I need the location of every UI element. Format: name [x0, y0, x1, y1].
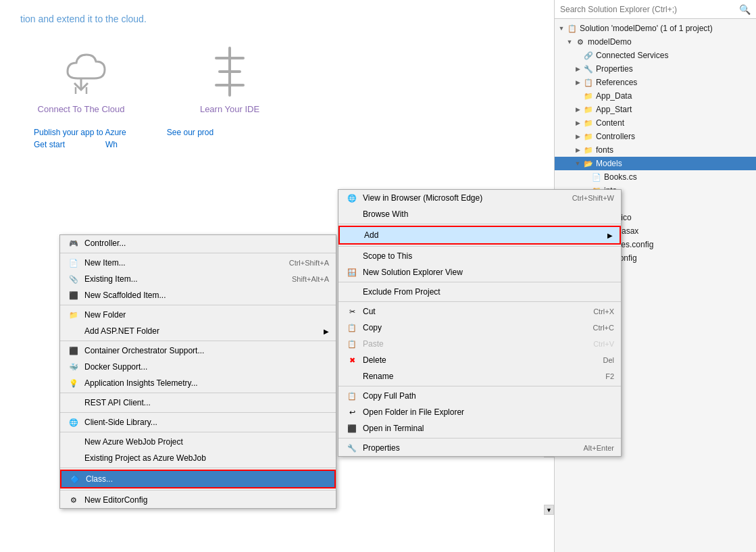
cm-icon-existing-item: 📎: [67, 274, 80, 284]
cm-icon-right-exclude-from-project: [345, 286, 359, 297]
tree-item-label-properties: Properties: [596, 64, 633, 74]
cm-icon-right-delete: ✖: [345, 355, 359, 366]
project-root[interactable]: ▼ ⚙ modelDemo: [555, 35, 756, 49]
cm-label-right-exclude-from-project: Exclude From Project: [363, 287, 614, 297]
cm-item-container-orchestrator[interactable]: ⬛Container Orchestrator Support...: [60, 343, 336, 359]
cm-label-right-paste: Paste: [363, 339, 580, 349]
cm-shortcut-right-paste: Ctrl+V: [593, 340, 614, 348]
cm-label-right-scope-to-this: Scope to This: [363, 251, 614, 261]
se-tree-item-models[interactable]: ▼📂Models: [555, 157, 756, 170]
cm-item-right-rename[interactable]: RenameF2: [338, 368, 621, 384]
tree-item-icon-content: 📁: [583, 118, 594, 128]
cm-item-right-scope-to-this[interactable]: Scope to This: [338, 248, 621, 264]
cm-item-right-properties[interactable]: 🔧PropertiesAlt+Enter: [338, 440, 621, 456]
cm-item-new-scaffolded[interactable]: ⬛New Scaffolded Item...: [60, 287, 336, 303]
tree-item-arrow-content: ▶: [574, 119, 582, 127]
cm-icon-right-rename: [345, 371, 359, 382]
se-tree-item-books-cs[interactable]: 📄Books.cs: [555, 170, 756, 184]
cm-item-right-delete[interactable]: ✖DeleteDel: [338, 352, 621, 368]
scroll-down-button[interactable]: ▼: [544, 505, 554, 515]
cm-item-right-cut[interactable]: ✂CutCtrl+X: [338, 303, 621, 320]
cm-label-client-side-library: Client-Side Library...: [84, 418, 329, 427]
cloud-icon-area: [54, 45, 108, 99]
cm-right-container: 🌐View in Browser (Microsoft Edge)Ctrl+Sh…: [338, 190, 621, 456]
cm-left-container: 🎮Controller...📄New Item...Ctrl+Shift+A📎E…: [60, 235, 336, 508]
ide-label: Learn Your IDE: [200, 104, 259, 114]
get-started-link[interactable]: Get start: [34, 140, 65, 149]
solution-explorer-search-bar: 🔍: [555, 0, 756, 19]
cm-label-right-view-in-browser: View in Browser (Microsoft Edge): [363, 193, 559, 203]
cm-separator-separator7: [60, 468, 336, 468]
cm-separator-separator3: [60, 341, 336, 341]
tree-item-label-app-data: App_Data: [596, 91, 632, 101]
cm-item-docker-support[interactable]: 🐳Docker Support...: [60, 359, 336, 375]
cm-label-existing-item: Existing Item...: [84, 274, 278, 284]
cm-icon-right-new-solution-explorer-view: 🪟: [345, 267, 359, 278]
links-row-2: Get start Wh: [20, 140, 534, 149]
cm-item-existing-item[interactable]: 📎Existing Item...Shift+Alt+A: [60, 271, 336, 287]
ide-section: Learn Your IDE: [182, 45, 277, 114]
cm-shortcut-right-copy: Ctrl+C: [593, 324, 614, 332]
solution-root[interactable]: ▼ 📋 Solution 'modelDemo' (1 of 1 project…: [555, 22, 756, 35]
tree-item-icon-controllers: 📁: [583, 131, 594, 142]
cm-icon-class: 🔷: [68, 474, 82, 484]
cm-label-new-item: New Item...: [84, 258, 276, 268]
cm-separator-separator8: [60, 490, 336, 491]
wh-link[interactable]: Wh: [105, 140, 118, 149]
se-tree-item-references[interactable]: ▶📋References: [555, 76, 756, 89]
cm-item-right-view-in-browser[interactable]: 🌐View in Browser (Microsoft Edge)Ctrl+Sh…: [338, 190, 621, 206]
se-tree-item-app-start[interactable]: ▶📁App_Start: [555, 103, 756, 116]
cm-item-new-item[interactable]: 📄New Item...Ctrl+Shift+A: [60, 255, 336, 271]
cm-item-right-paste[interactable]: 📋PasteCtrl+V: [338, 336, 621, 352]
se-tree-item-content[interactable]: ▶📁Content: [555, 116, 756, 130]
cm-label-new-azure-webjob: New Azure WebJob Project: [84, 437, 329, 447]
cm-item-existing-azure-webjob[interactable]: Existing Project as Azure WebJob: [60, 450, 336, 466]
cm-item-client-side-library[interactable]: 🌐Client-Side Library...: [60, 414, 336, 430]
solution-label: Solution 'modelDemo' (1 of 1 project): [580, 24, 713, 33]
cm-icon-controller: 🎮: [67, 238, 80, 249]
tree-item-label-controllers: Controllers: [596, 132, 635, 141]
se-tree-item-app-data[interactable]: 📁App_Data: [555, 89, 756, 103]
publish-link[interactable]: Publish your app to Azure: [34, 128, 126, 137]
cm-item-new-folder[interactable]: 📁New Folder: [60, 307, 336, 323]
cm-icon-right-copy: 📋: [345, 322, 359, 333]
cm-label-right-properties: Properties: [363, 443, 570, 453]
cm-shortcut-existing-item: Shift+Alt+A: [292, 275, 329, 283]
cm-icon-right-view-in-browser: 🌐: [345, 193, 359, 203]
cm-item-rest-api-client[interactable]: REST API Client...: [60, 395, 336, 411]
cm-shortcut-right-cut: Ctrl+X: [593, 307, 614, 316]
cm-item-controller[interactable]: 🎮Controller...: [60, 235, 336, 251]
cm-separator-separator1: [60, 253, 336, 253]
links-row: Publish your app to Azure See our prod: [20, 128, 534, 137]
tree-item-label-books-cs: Books.cs: [604, 172, 637, 182]
se-tree-item-controllers[interactable]: ▶📁Controllers: [555, 130, 756, 143]
cm-item-class[interactable]: 🔷Class...: [60, 470, 336, 488]
cm-item-right-new-solution-explorer-view[interactable]: 🪟New Solution Explorer View: [338, 264, 621, 280]
cm-item-app-insights[interactable]: 💡Application Insights Telemetry...: [60, 375, 336, 391]
cm-label-right-open-terminal: Open in Terminal: [363, 424, 614, 433]
cm-item-right-add[interactable]: Add▶: [338, 226, 621, 245]
ide-icon-area: [203, 45, 257, 99]
cm-icon-existing-azure-webjob: [67, 453, 80, 463]
cm-icon-rest-api-client: [67, 397, 80, 408]
cm-label-controller: Controller...: [84, 239, 329, 248]
cm-item-right-copy-full-path[interactable]: 📋Copy Full Path: [338, 388, 621, 404]
tree-item-icon-properties: 🔧: [583, 64, 594, 74]
cm-item-new-editor-config[interactable]: ⚙New EditorConfig: [60, 492, 336, 508]
se-tree-item-connected-services[interactable]: 🔗Connected Services: [555, 49, 756, 62]
cm-label-new-editor-config: New EditorConfig: [84, 495, 329, 505]
solution-explorer-search-input[interactable]: [560, 5, 739, 14]
cm-shortcut-new-item: Ctrl+Shift+A: [289, 259, 329, 267]
se-tree-item-fonts[interactable]: ▶📁fonts: [555, 143, 756, 157]
cm-item-right-exclude-from-project[interactable]: Exclude From Project: [338, 284, 621, 300]
cm-item-right-copy[interactable]: 📋CopyCtrl+C: [338, 320, 621, 336]
cm-item-new-azure-webjob[interactable]: New Azure WebJob Project: [60, 434, 336, 450]
tree-item-icon-references: 📋: [583, 77, 594, 88]
tree-item-label-app-start: App_Start: [596, 105, 632, 114]
se-tree-item-properties[interactable]: ▶🔧Properties: [555, 62, 756, 76]
cm-item-right-open-folder[interactable]: ↩Open Folder in File Explorer: [338, 404, 621, 420]
cm-item-right-open-terminal[interactable]: ⬛Open in Terminal: [338, 420, 621, 436]
cm-item-add-aspnet-folder[interactable]: Add ASP.NET Folder▶: [60, 323, 336, 339]
product-link[interactable]: See our prod: [167, 128, 213, 137]
cm-item-right-browse-with[interactable]: Browse With: [338, 206, 621, 222]
